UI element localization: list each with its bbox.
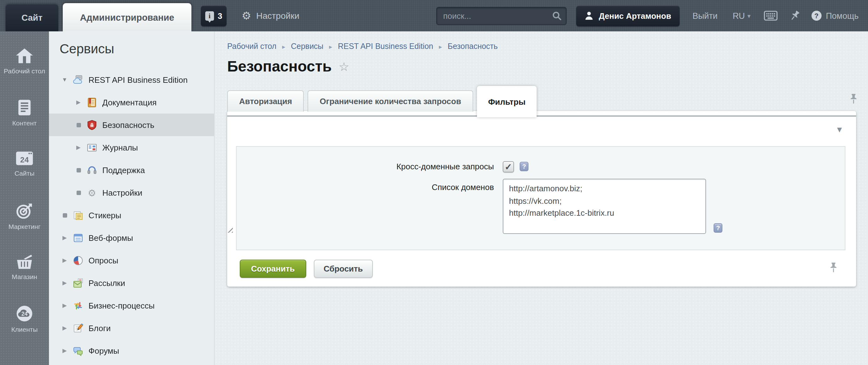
reset-button[interactable]: Сбросить (313, 260, 373, 278)
tree-item-blogs[interactable]: ▶ Блоги (49, 317, 214, 339)
title-row: Безопасность ☆ (227, 58, 349, 75)
webforms-icon (73, 232, 84, 243)
tree-item-business-processes[interactable]: ▶ Бизнес-процессы (49, 294, 214, 317)
business-processes-icon (73, 300, 84, 311)
sidebar-item-marketing[interactable]: Маркетинг (0, 202, 49, 253)
domains-textarea[interactable]: http://artamonov.biz; https://vk.com; ht… (503, 179, 706, 234)
cross-domain-label: Кросс-доменные запросы (237, 161, 503, 172)
tree-item-journals[interactable]: ▶ Журналы (49, 136, 214, 159)
chevron-right-icon[interactable]: ▶ (60, 235, 69, 241)
sidebar-item-clients[interactable]: 24 Клиенты (0, 305, 49, 356)
language-selector[interactable]: RU (733, 11, 751, 21)
tree-item-support[interactable]: Поддержка (49, 159, 214, 181)
sidebar-item-shop[interactable]: Магазин (0, 253, 49, 305)
breadcrumb: Рабочий стол Сервисы REST API Business E… (227, 42, 498, 51)
leaf-bullet (74, 168, 83, 172)
tree-item-rest-api[interactable]: ▼ REST API Business Edition (49, 68, 214, 91)
chevron-right-icon[interactable]: ▶ (60, 280, 69, 286)
forums-icon (73, 345, 84, 356)
tree-item-stickers[interactable]: Стикеры (49, 204, 214, 226)
clients-cloud-24-icon: 24 (16, 305, 33, 322)
breadcrumb-services[interactable]: Сервисы (276, 42, 323, 51)
topbar: Сайт Администрирование i 3 ⚙ Настройки Д… (0, 0, 868, 31)
sidebar-item-desktop[interactable]: Рабочий стол (0, 48, 49, 99)
cloud-server-icon (73, 74, 84, 85)
journals-icon (87, 142, 97, 153)
svg-text:24: 24 (20, 156, 29, 164)
search-input[interactable] (436, 7, 567, 25)
stickers-icon (73, 210, 84, 221)
settings-gear-icon: ⚙ (87, 187, 97, 198)
content-icon (17, 99, 32, 116)
tree-item-webforms[interactable]: ▶ Веб-формы (49, 226, 214, 249)
chevron-right-icon[interactable]: ▶ (60, 302, 69, 308)
breadcrumb-security: Безопасность (433, 42, 498, 51)
blogs-icon (73, 323, 84, 333)
notifications-button[interactable]: i 3 (201, 5, 226, 26)
breadcrumb-desktop[interactable]: Рабочий стол (227, 42, 276, 51)
collapse-section-icon[interactable]: ▼ (835, 125, 843, 134)
shop-basket-icon (15, 253, 34, 270)
filters-panel: ▼ Кросс-доменные запросы ? Список домено… (227, 111, 856, 287)
pin-buttons-icon[interactable] (830, 262, 837, 275)
chevron-right-icon[interactable]: ▶ (60, 347, 69, 354)
security-shield-icon (87, 120, 97, 130)
tab-authorization[interactable]: Авторизация (227, 90, 304, 112)
page-title: Безопасность (227, 58, 332, 75)
topbar-settings-button[interactable]: ⚙ Настройки (242, 10, 299, 21)
cross-domain-checkbox[interactable] (503, 161, 514, 172)
tab-filters[interactable]: Фильтры (477, 86, 537, 117)
main-content: Рабочий стол Сервисы REST API Business E… (215, 31, 868, 365)
tabs: Авторизация Ограничение количества запро… (227, 89, 537, 112)
tree-item-security[interactable]: Безопасность (49, 113, 214, 136)
chevron-right-icon[interactable]: ▶ (74, 99, 83, 105)
polls-pie-icon (73, 255, 84, 266)
pin-icon[interactable] (788, 9, 802, 23)
gear-icon: ⚙ (242, 10, 251, 21)
support-headset-icon (87, 165, 97, 175)
info-icon: i (205, 11, 214, 21)
services-tree: ▼ REST API Business Edition ▶ Документац… (49, 68, 214, 362)
leaf-bullet (60, 213, 69, 217)
chevron-right-icon[interactable]: ▶ (60, 325, 69, 331)
site-tab[interactable]: Сайт (6, 4, 58, 31)
home-icon (15, 48, 34, 64)
help-icon[interactable]: ? (520, 162, 528, 171)
help-icon[interactable]: ? (714, 223, 722, 233)
domains-label: Список доменов (237, 179, 503, 193)
tree-item-settings[interactable]: ⚙ Настройки (49, 181, 214, 204)
pin-tabs-icon[interactable] (850, 94, 857, 107)
tree-item-documentation[interactable]: ▶ Документация (49, 91, 214, 113)
chevron-right-icon[interactable]: ▶ (74, 144, 83, 151)
tree-item-polls[interactable]: ▶ Опросы (49, 249, 214, 271)
sidebar-item-sites[interactable]: 24 Сайты (0, 151, 49, 202)
sidebar-item-content[interactable]: Контент (0, 99, 49, 151)
question-icon: ? (811, 11, 822, 21)
form-buttons: Сохранить Сбросить (240, 260, 373, 278)
marketing-target-icon (16, 202, 33, 220)
chevron-right-icon[interactable]: ▶ (60, 257, 69, 263)
keyboard-icon[interactable] (764, 11, 778, 21)
admin-tab[interactable]: Администрирование (63, 3, 191, 31)
icon-sidebar: Рабочий стол Контент 24 Сайты Маркетинг … (0, 31, 49, 365)
leaf-bullet (74, 123, 83, 127)
favorite-star-icon[interactable]: ☆ (339, 59, 349, 74)
logout-link[interactable]: Выйти (692, 11, 718, 21)
tree-item-newsletters[interactable]: ▶ Рассылки (49, 271, 214, 294)
help-button[interactable]: ? Помощь (811, 11, 859, 21)
save-button[interactable]: Сохранить (240, 260, 306, 278)
sites-24-icon: 24 (15, 151, 34, 166)
services-menu-panel: Сервисы ▼ REST API Business Edition ▶ До… (49, 31, 215, 365)
filters-form: Кросс-доменные запросы ? Список доменов … (236, 146, 845, 250)
tab-request-limit[interactable]: Ограничение количества запросов (308, 90, 473, 112)
breadcrumb-rest-api[interactable]: REST API Business Edition (323, 42, 433, 51)
newsletters-mail-icon (73, 277, 84, 288)
cross-domain-row: Кросс-доменные запросы ? (237, 161, 845, 172)
user-menu-button[interactable]: Денис Артамонов (576, 5, 680, 26)
menu-heading: Сервисы (60, 41, 214, 57)
search-box (436, 7, 567, 25)
tree-item-forums[interactable]: ▶ Форумы (49, 339, 214, 362)
resize-grip-icon[interactable] (226, 226, 233, 233)
chevron-down-icon[interactable]: ▼ (60, 76, 69, 83)
search-icon[interactable] (552, 11, 562, 23)
